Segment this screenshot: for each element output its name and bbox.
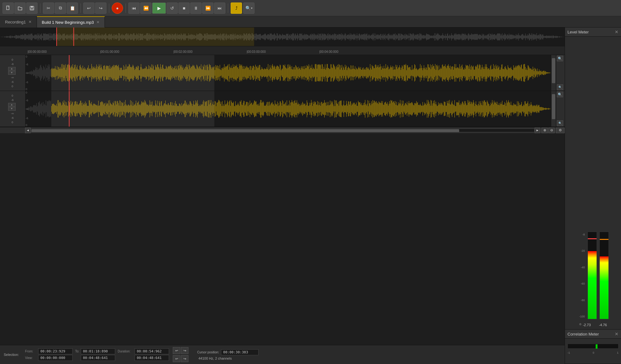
- waveform1-canvas: [25, 55, 551, 91]
- forward-button[interactable]: ⏩: [202, 3, 213, 14]
- level-meter-panel: Level Meter ✕ -8 -20 -40 -60 -80 -100: [565, 28, 621, 330]
- paste-button[interactable]: 📋: [67, 3, 78, 14]
- level-meter-close[interactable]: ✕: [615, 29, 618, 34]
- scale-label-60: -60: [577, 282, 585, 285]
- tabs-bar: Recording1 ✕ Build 1 New Beginnings.mp3 …: [0, 16, 621, 28]
- hscrollbar-thumb: [31, 129, 459, 132]
- tab-close-build1[interactable]: ✕: [96, 20, 100, 24]
- view-to-input[interactable]: [81, 355, 115, 361]
- record-button[interactable]: ●: [112, 3, 123, 14]
- svg-rect-4: [31, 8, 33, 10]
- overview-canvas: [0, 28, 565, 46]
- sel-undo-btn[interactable]: ↩: [173, 347, 180, 354]
- waveform2-canvas: [25, 91, 551, 127]
- level-meter-content: -8 -20 -40 -60 -80 -100: [565, 37, 621, 329]
- from-label: From:: [25, 350, 37, 353]
- redo-button[interactable]: ↪: [95, 3, 106, 14]
- goto-start-button[interactable]: ⏮: [128, 3, 140, 14]
- transport-tools: ⏮ ⏪ ▶ ↺ ■ ⏸ ⏩ ⏭: [128, 3, 225, 14]
- new-button[interactable]: [3, 3, 14, 14]
- rewind-button[interactable]: ⏪: [140, 3, 151, 14]
- correlation-meter-close[interactable]: ✕: [615, 331, 618, 336]
- scale-label-8: -8: [577, 233, 585, 236]
- ruler-mark-2: |00:02:00:000: [173, 50, 192, 53]
- track-up-2[interactable]: ▲: [8, 103, 16, 107]
- scrollbar-v-2[interactable]: [551, 91, 556, 127]
- cursor-pos-row: Cursor position:: [197, 349, 259, 355]
- track-up-1[interactable]: ▲: [8, 67, 16, 71]
- sel-redo-btn[interactable]: ↪: [181, 347, 188, 354]
- cursor-area: Cursor position: 44100 Hz, 2 channels: [197, 349, 259, 360]
- overview-waveform[interactable]: [0, 28, 565, 46]
- hscroll-left-btn[interactable]: ◄: [25, 128, 31, 133]
- track-header-1: 0 -6 ▲ ▼ -∞ -6 0: [0, 55, 25, 91]
- view-from-row: View:: [25, 355, 73, 361]
- copy-button[interactable]: ⧉: [55, 3, 66, 14]
- bottom-controls: Selection: From: View: To:: [0, 345, 565, 364]
- view-redo-btn[interactable]: ↪: [181, 355, 188, 362]
- view-undo-btn[interactable]: ↩: [173, 355, 180, 362]
- view-from-input[interactable]: [38, 355, 73, 361]
- track-waveform-2[interactable]: [25, 91, 551, 127]
- to-input[interactable]: [81, 348, 115, 354]
- scrollbar-thumb-1: [552, 58, 555, 83]
- right-meter-peak: [600, 239, 608, 240]
- undo-redo-tools: ↩ ↪: [83, 3, 106, 14]
- track-row-1: 0 -6 ▲ ▼ -∞ -6 0: [0, 55, 565, 91]
- undo-button[interactable]: ↩: [83, 3, 95, 14]
- view-duration-input[interactable]: [135, 355, 169, 361]
- scrollbar-v-1[interactable]: [551, 55, 556, 91]
- loop-button[interactable]: ↺: [167, 3, 178, 14]
- track-down-1[interactable]: ▼: [8, 71, 16, 75]
- zoom-in-h-btn[interactable]: ⊕: [541, 128, 548, 133]
- tab-build1[interactable]: Build 1 New Beginnings.mp3 ✕: [37, 16, 105, 28]
- cut-button[interactable]: ✂: [43, 3, 54, 14]
- selection-from-row: From:: [25, 348, 73, 354]
- correlation-indicator: [596, 344, 598, 349]
- open-button[interactable]: [14, 3, 26, 14]
- tab-recording1[interactable]: Recording1 ✕: [0, 16, 37, 28]
- hscrollbar-track[interactable]: [31, 129, 535, 132]
- separator-5: [228, 3, 228, 13]
- scale-label-80: -80: [577, 299, 585, 302]
- timeline-ruler: |00:00:00:000 |00:01:00:000 |00:02:00:00…: [0, 46, 565, 55]
- view-label: View:: [25, 356, 37, 360]
- save-button[interactable]: [26, 3, 38, 14]
- zoom-tool-button[interactable]: 🔍▾: [243, 3, 254, 14]
- right-meter-fill: [600, 256, 608, 319]
- selection-label: Selection:: [4, 353, 23, 356]
- export-button[interactable]: ⤴: [231, 3, 242, 14]
- level-meter-header: Level Meter ✕: [565, 28, 621, 37]
- zoom-in-v-2[interactable]: 🔍: [557, 92, 563, 97]
- sample-rate-info: 44100 Hz, 2 channels: [197, 356, 259, 360]
- play-button[interactable]: ▶: [152, 3, 166, 14]
- duration-input[interactable]: [135, 348, 169, 354]
- from-input[interactable]: [38, 348, 73, 354]
- stop-button[interactable]: ■: [178, 3, 190, 14]
- right-meter-value: -4.76: [599, 323, 607, 327]
- track-zoom-v-1: 🔍 🔍: [556, 55, 565, 91]
- settings-btn[interactable]: ⚙: [556, 128, 565, 133]
- tab-close-recording1[interactable]: ✕: [28, 20, 32, 24]
- zoom-out-h-btn[interactable]: ⊖: [548, 128, 555, 133]
- zoom-in-v-1[interactable]: 🔍: [557, 56, 563, 61]
- waveform-container: |00:00:00:000 |00:01:00:000 |00:02:00:00…: [0, 28, 565, 364]
- zoom-controls: ⊕ ⊖: [540, 128, 556, 133]
- duration-label: Duration:: [118, 350, 133, 353]
- zoom-out-v-2[interactable]: 🔍: [557, 120, 563, 126]
- goto-end-button[interactable]: ⏭: [214, 3, 225, 14]
- track-down-2[interactable]: ▼: [8, 107, 16, 111]
- zoom-out-v-1[interactable]: 🔍: [557, 84, 563, 90]
- track-waveform-1[interactable]: [25, 55, 551, 91]
- correlation-meter-panel: Correlation Meter ✕ -1 0 1: [565, 330, 621, 364]
- tracks-area: 0 -6 ▲ ▼ -∞ -6 0: [0, 55, 565, 345]
- selection-row: Selection: From: View: To:: [4, 347, 561, 362]
- view-to-row: [75, 355, 115, 361]
- hscroll-right-btn[interactable]: ►: [535, 128, 540, 133]
- cursor-input[interactable]: [221, 349, 259, 355]
- pause-button[interactable]: ⏸: [190, 3, 202, 14]
- correlation-labels: -1 0 1: [567, 351, 618, 354]
- undo-redo-row-2: ↩ ↪: [173, 355, 188, 362]
- ruler-mark-4: |00:04:00:000: [319, 50, 338, 53]
- corr-label-neg1: -1: [567, 351, 570, 354]
